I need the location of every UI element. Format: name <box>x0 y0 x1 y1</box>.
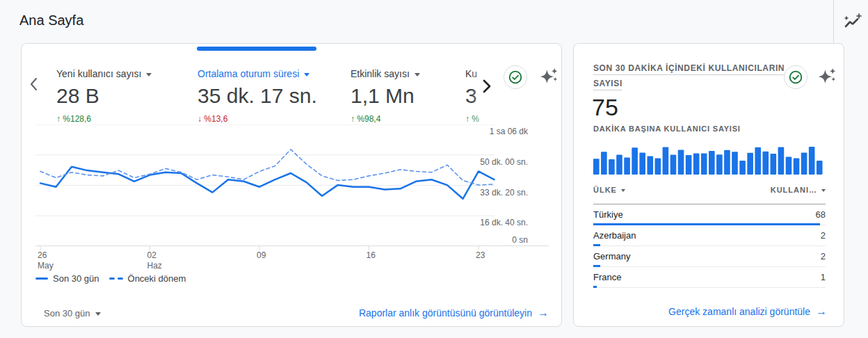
sparkles-icon <box>816 66 837 87</box>
metric-label: Yeni kullanıcı sayısı <box>56 68 141 79</box>
users-per-minute-label: DAKİKA BAŞINA KULLANICI SAYISI <box>593 124 741 133</box>
metric-label: Etkinlik sayısı <box>351 68 410 79</box>
analytics-home-page: Ana Sayfa Yeni kullanıcı sayısı 28 B ↑ %… <box>0 0 868 338</box>
link-label: Gerçek zamanlı analizi görüntüle <box>668 306 810 317</box>
chevron-right-icon <box>482 79 492 94</box>
dashed-line-swatch-icon <box>109 277 123 280</box>
date-range-select[interactable]: Son 30 gün <box>44 308 101 319</box>
country-name: Türkiye <box>593 209 623 220</box>
line-chart-canvas <box>35 124 550 252</box>
country-users: 68 <box>816 209 826 220</box>
country-users: 1 <box>821 272 826 282</box>
users-per-minute-bar-chart <box>593 145 824 175</box>
insights-sparkline-icon <box>843 13 862 32</box>
metric-value: 28 B <box>56 84 152 108</box>
country-name: France <box>593 272 621 282</box>
x-axis-tick-label: 09 <box>257 250 266 261</box>
metric-tab-new-users[interactable]: Yeni kullanıcı sayısı 28 B ↑ %128,6 <box>56 68 152 124</box>
caret-down-icon <box>95 312 101 316</box>
caret-down-icon <box>304 73 310 77</box>
metric-label: Ortalama oturum süresi <box>198 68 299 79</box>
x-axis-tick-label: 16 <box>367 250 376 261</box>
avg-session-duration-line-chart: 1 sa 06 dk50 dk. 00 sn.33 dk. 20 sn.16 d… <box>22 124 563 272</box>
delta-value: %128,6 <box>63 114 91 124</box>
check-circle-icon <box>788 70 803 85</box>
delta-up-icon: ↑ <box>465 114 469 124</box>
data-quality-badge[interactable] <box>504 65 527 89</box>
ask-insights-button[interactable] <box>815 66 837 88</box>
y-axis-tick-label: 16 dk. 40 sn. <box>480 218 528 227</box>
metric-tab-clipped[interactable]: Ku 3 ↑ % <box>465 68 506 124</box>
country-users: 2 <box>821 230 826 241</box>
delta-down-icon: ↓ <box>198 114 202 124</box>
delta-up-icon: ↑ <box>351 114 355 124</box>
delta-up-icon: ↑ <box>56 114 61 124</box>
column-label: KULLANI… <box>771 186 817 194</box>
active-metric-tab-indicator <box>197 47 316 51</box>
column-label: ÜLKE <box>593 186 617 194</box>
legend-label: Önceki dönem <box>128 273 186 284</box>
realtime-report-link[interactable]: Gerçek zamanlı analizi görüntüle→ <box>668 305 827 318</box>
users-last-30-min-value: 75 <box>592 94 618 121</box>
date-range-label: Son 30 gün <box>44 308 90 319</box>
delta-value: %98,4 <box>357 114 380 124</box>
overview-card-footer: Son 30 gün Raporlar anlık görüntüsünü gö… <box>22 298 563 328</box>
reports-snapshot-link[interactable]: Raporlar anlık görüntüsünü görüntüleyin→ <box>359 307 549 319</box>
chevron-left-icon <box>29 77 38 92</box>
legend-label: Son 30 gün <box>53 273 99 284</box>
country-bar <box>593 286 597 288</box>
country-name: Germany <box>593 251 630 261</box>
solid-line-swatch-icon <box>35 277 48 280</box>
users-column-header[interactable]: KULLANI… <box>771 186 826 194</box>
metric-value: 1,1 Mn <box>351 84 420 108</box>
legend-item-current: Son 30 gün <box>35 273 99 284</box>
realtime-country-table: Türkiye 68 Azerbaijan 2 Germany 2 France… <box>593 204 826 288</box>
chart-legend: Son 30 gün Önceki dönem <box>35 273 186 284</box>
metric-tab-event-count[interactable]: Etkinlik sayısı 1,1 Mn ↑ %98,4 <box>351 68 420 124</box>
y-axis-tick-label: 1 sa 06 dk <box>490 127 528 136</box>
link-label: Raporlar anlık görüntüsünü görüntüleyin <box>359 307 532 319</box>
caret-down-icon <box>415 73 420 77</box>
caret-down-icon <box>621 189 625 192</box>
topbar-divider <box>833 0 834 43</box>
metric-label: Ku <box>465 68 477 79</box>
sparkles-icon <box>538 66 558 87</box>
country-column-header[interactable]: ÜLKE <box>593 186 625 194</box>
table-row: France 1 <box>593 267 826 288</box>
data-quality-badge[interactable] <box>784 65 807 89</box>
legend-item-previous: Önceki dönem <box>109 273 186 284</box>
delta-value: % <box>472 114 479 124</box>
metric-value: 35 dk. 17 sn. <box>198 84 317 108</box>
realtime-card: SON 30 DAKİKA İÇİNDEKİ KULLANICILARIN SA… <box>573 43 844 327</box>
country-name: Azerbaijan <box>593 230 636 241</box>
overview-metrics-card: Yeni kullanıcı sayısı 28 B ↑ %128,6 Orta… <box>21 43 562 327</box>
x-axis-tick-label: 23 <box>476 250 485 261</box>
arrow-right-icon: → <box>538 307 549 319</box>
table-row: Türkiye 68 <box>593 204 826 225</box>
y-axis-tick-label: 50 dk. 00 sn. <box>480 157 528 167</box>
arrow-right-icon: → <box>816 305 827 317</box>
realtime-title[interactable]: SON 30 DAKİKA İÇİNDEKİ KULLANICILARIN SA… <box>593 61 796 91</box>
table-row: Azerbaijan 2 <box>593 225 826 246</box>
caret-down-icon <box>146 73 152 77</box>
metrics-scroll-right-button[interactable] <box>481 79 492 95</box>
delta-value: %13,6 <box>204 114 227 124</box>
x-axis-tick-label: 02Haz <box>147 250 162 271</box>
metrics-scroll-left-button[interactable] <box>27 76 40 94</box>
caret-down-icon <box>821 189 826 192</box>
table-row: Germany 2 <box>593 246 826 267</box>
realtime-table-header: ÜLKE KULLANI… <box>593 186 826 194</box>
y-axis-tick-label: 33 dk. 20 sn. <box>480 188 528 198</box>
page-title: Ana Sayfa <box>19 13 83 29</box>
insights-button[interactable] <box>842 11 864 33</box>
check-circle-icon <box>508 70 523 85</box>
ask-insights-button[interactable] <box>537 66 559 88</box>
country-users: 2 <box>821 251 826 261</box>
y-axis-tick-label: 0 sn <box>512 235 528 245</box>
metric-tab-avg-session-duration[interactable]: Ortalama oturum süresi 35 dk. 17 sn. ↓ %… <box>198 68 317 124</box>
x-axis-tick-label: 26May <box>38 250 54 271</box>
